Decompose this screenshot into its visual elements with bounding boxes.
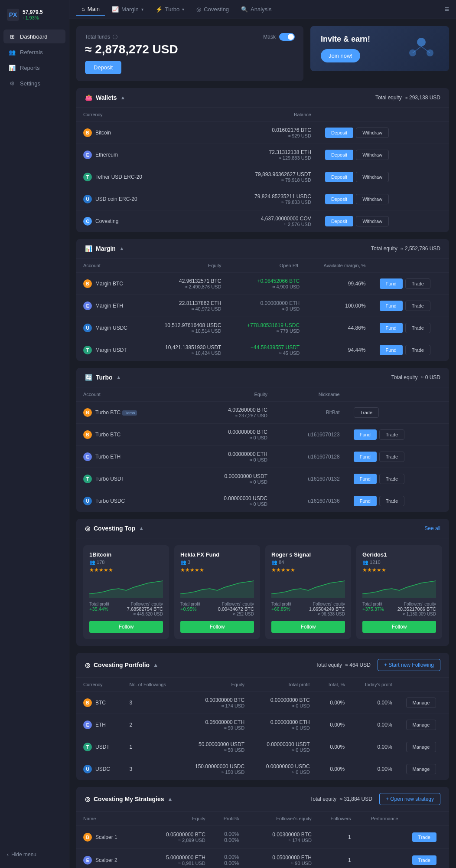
deposit-button[interactable]: Deposit [85, 61, 121, 74]
covesting-strategy-card: Hekla FX Fund 👥 3 ★★★★★ Total profit +0.… [174, 545, 260, 639]
tab-covesting[interactable]: ◎ Covesting [191, 3, 234, 15]
followings-count: 2 [123, 714, 180, 736]
deposit-button[interactable]: Deposit [325, 216, 353, 226]
col-currency: Currency [76, 108, 199, 122]
deposit-button[interactable]: Deposit [325, 172, 353, 182]
account-name: Turbo BTC [95, 432, 121, 438]
margin-header: 📊 Margin ▲ Total equity ≈ 2,552,786 USD [76, 239, 449, 259]
followers-count: 1 [319, 826, 358, 849]
equity-main: 0.05000000 BTC [138, 832, 205, 838]
pl-usd: ≈ 0 USD [235, 306, 300, 311]
today-profit: 0.00% [352, 714, 399, 736]
trade-button[interactable]: Trade [405, 345, 430, 355]
profit-usd: ≈ 0 USD [258, 703, 309, 708]
trade-button[interactable]: Trade [412, 832, 436, 842]
sidebar-item-reports[interactable]: 📊 Reports [3, 61, 65, 75]
mask-toggle[interactable] [279, 33, 295, 41]
table-row: U Margin USDC 10,512.97616408 USDC ≈ 10,… [76, 317, 449, 339]
table-row: T Turbo USDT 0.00000000 USDT ≈ 0 USD u16… [76, 468, 449, 490]
withdraw-button[interactable]: Withdraw [356, 150, 389, 160]
fund-button[interactable]: Fund [354, 496, 377, 506]
follow-button[interactable]: Follow [271, 621, 345, 633]
equity-usd: ≈ 10,514 USD [152, 328, 221, 334]
analysis-icon: 🔍 [241, 6, 248, 13]
fund-button[interactable]: Fund [380, 323, 403, 333]
fund-button[interactable]: Fund [380, 345, 403, 355]
covesting-strategies-icon: ◎ [85, 796, 90, 802]
manage-button[interactable]: Manage [406, 720, 436, 730]
tab-margin[interactable]: 📈 Margin ▾ [107, 3, 149, 15]
turbo-icon: ⚡ [156, 6, 163, 13]
sidebar-item-settings[interactable]: ⚙ Settings [3, 76, 65, 90]
invite-content: Invite & earn! Join now! [321, 35, 370, 62]
fund-button[interactable]: Fund [380, 301, 403, 311]
withdraw-button[interactable]: Withdraw [356, 128, 389, 138]
deposit-button[interactable]: Deposit [325, 150, 353, 160]
trade-button[interactable]: Trade [379, 429, 404, 440]
sidebar-item-dashboard[interactable]: ⊞ Dashboard [3, 29, 65, 43]
fund-button[interactable]: Fund [354, 474, 377, 484]
fund-button[interactable]: Fund [354, 429, 377, 440]
manage-button[interactable]: Manage [406, 698, 436, 708]
equity-main: 0.00300000 BTC [187, 697, 245, 703]
equity-usd: ≈ 2,899 USD [138, 838, 205, 843]
trade-button[interactable]: Trade [354, 407, 379, 418]
col-followers-equity: Follower's equity [246, 812, 319, 826]
tab-main[interactable]: ⌂ Main [76, 3, 105, 16]
trade-button[interactable]: Trade [379, 496, 404, 506]
trade-button[interactable]: Trade [405, 278, 430, 289]
manage-button[interactable]: Manage [406, 742, 436, 752]
account-name: Turbo USDC [95, 498, 125, 504]
withdraw-button[interactable]: Withdraw [356, 172, 389, 182]
tab-analysis[interactable]: 🔍 Analysis [236, 3, 277, 15]
manage-button[interactable]: Manage [406, 764, 436, 774]
withdraw-button[interactable]: Withdraw [356, 216, 389, 226]
main-content: Total funds ⓘ Mask ≈ 2,878,272 USD Depos… [69, 19, 456, 868]
trade-button[interactable]: Trade [379, 474, 404, 484]
trade-button[interactable]: Trade [405, 301, 430, 311]
wallets-section: 👛 Wallets ▲ Total equity ≈ 293,138 USD C… [76, 88, 449, 232]
chevron-down-icon: ▾ [182, 7, 184, 12]
pl-main: 0.00000000 ETH [235, 300, 300, 306]
equity-main: 0.05000000 ETH [187, 719, 245, 725]
equity-main: 10,421.13851930 USDT [152, 344, 221, 350]
tab-turbo[interactable]: ⚡ Turbo ▾ [150, 3, 189, 15]
trade-button[interactable]: Trade [405, 323, 430, 333]
nickname: u1616070132 [308, 476, 339, 482]
follow-button[interactable]: Follow [362, 621, 436, 633]
deposit-button[interactable]: Deposit [325, 194, 353, 204]
funds-header: Total funds ⓘ Mask ≈ 2,878,272 USD Depos… [76, 26, 449, 81]
fund-button[interactable]: Fund [380, 278, 403, 289]
trade-button[interactable]: Trade [379, 452, 404, 462]
home-icon: ⌂ [81, 6, 85, 12]
follow-button[interactable]: Follow [89, 621, 163, 633]
profit-pct2: 0.00% [219, 860, 239, 866]
menu-icon: ≡ [444, 5, 449, 13]
hamburger-menu[interactable]: ≡ [444, 5, 449, 14]
fund-button[interactable]: Fund [354, 452, 377, 462]
see-all-link[interactable]: See all [424, 525, 440, 531]
covesting-top-header: ◎ Covesting Top ▲ See all [76, 519, 449, 538]
sidebar-item-referrals[interactable]: 👥 Referrals [3, 45, 65, 59]
balance-usd: ≈ 79,833 USD [206, 200, 311, 205]
withdraw-button[interactable]: Withdraw [356, 194, 389, 204]
deposit-button[interactable]: Deposit [325, 128, 353, 138]
follow-button[interactable]: Follow [180, 621, 254, 633]
start-following-button[interactable]: + Start new Following [378, 659, 440, 671]
total-pct: 0.00% [317, 714, 352, 736]
strategy-followers: 👥 84 [271, 560, 345, 565]
followers-equity-usd: ≈ 252 USD [218, 612, 254, 616]
total-pct: 0.00% [317, 692, 352, 714]
profit-pct1: 0.00% [219, 854, 239, 860]
trade-button[interactable]: Trade [412, 855, 436, 865]
dashboard-icon: ⊞ [9, 33, 16, 40]
balance-usd: ≈ 929 USD [206, 133, 311, 138]
equity-usd: ≈ 40,972 USD [152, 306, 221, 311]
followers-count: 1 [319, 849, 358, 868]
join-now-button[interactable]: Join now! [321, 49, 360, 62]
margin-section: 📊 Margin ▲ Total equity ≈ 2,552,786 USD … [76, 239, 449, 361]
logo-icon: PX [7, 9, 19, 21]
equity-usd: ≈ 0 USD [190, 435, 267, 440]
hide-menu-button[interactable]: ‹ Hide menu [7, 852, 62, 858]
open-strategy-button[interactable]: + Open new strategy [379, 793, 440, 805]
